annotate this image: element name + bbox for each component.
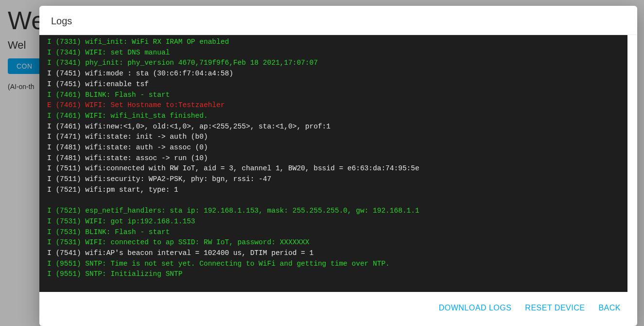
log-line: I (7521) esp_netif_handlers: sta ip: 192… [47, 206, 620, 217]
dialog-header: Logs [39, 6, 637, 35]
dialog-title: Logs [51, 16, 626, 27]
download-logs-button[interactable]: DOWNLOAD LOGS [434, 301, 517, 315]
logs-dialog: Logs I (7331) wifi_init: WiFi RX IRAM OP… [39, 6, 637, 326]
log-line: I (7471) wifi:state: init -> auth (b0) [47, 132, 620, 143]
reset-device-button[interactable]: RESET DEVICE [520, 301, 590, 315]
dialog-footer: DOWNLOAD LOGS RESET DEVICE BACK [39, 292, 637, 326]
log-line: I (7521) wifi:pm start, type: 1 [47, 185, 620, 196]
log-line: I (7531) WIFI: got ip:192.168.1.153 [47, 217, 620, 227]
log-output: I (7331) wifi_init: WiFi RX IRAM OP enab… [39, 35, 627, 292]
log-line: I (7451) wifi:mode : sta (30:c6:f7:04:a4… [47, 69, 620, 79]
log-line: I (7341) WIFI: set DNS manual [47, 48, 620, 58]
log-line: I (7481) wifi:state: auth -> assoc (0) [47, 143, 620, 153]
log-line: I (7511) wifi:security: WPA2-PSK, phy: b… [47, 174, 620, 185]
log-line: I (7531) WIFI: connected to ap SSID: RW … [47, 237, 620, 248]
log-line: I (9551) SNTP: Initializing SNTP [47, 269, 620, 280]
log-line: I (7341) phy_init: phy_version 4670,719f… [47, 58, 620, 69]
log-line: I (7531) BLINK: Flash - start [47, 227, 620, 238]
dialog-body: I (7331) wifi_init: WiFi RX IRAM OP enab… [39, 35, 637, 292]
log-scroll-area[interactable]: I (7331) wifi_init: WiFi RX IRAM OP enab… [39, 35, 637, 292]
log-line: I (7461) WIFI: wifi_init_sta finished. [47, 111, 620, 122]
log-line: I (7461) wifi:new:<1,0>, old:<1,0>, ap:<… [47, 122, 620, 132]
back-button[interactable]: BACK [593, 301, 626, 315]
log-line: I (9551) SNTP: Time is not set yet. Conn… [47, 259, 620, 270]
log-line: I (7451) wifi:enable tsf [47, 79, 620, 90]
log-line: I (7511) wifi:connected with RW IoT, aid… [47, 163, 620, 174]
log-line [47, 196, 620, 206]
log-line: I (7481) wifi:state: assoc -> run (10) [47, 153, 620, 164]
log-line: I (7461) BLINK: Flash - start [47, 90, 620, 101]
log-line: I (7541) wifi:AP's beacon interval = 102… [47, 248, 620, 259]
log-line: I (7331) wifi_init: WiFi RX IRAM OP enab… [47, 37, 620, 48]
log-line: E (7461) WIFI: Set Hostname to:Testzaehl… [47, 100, 620, 111]
